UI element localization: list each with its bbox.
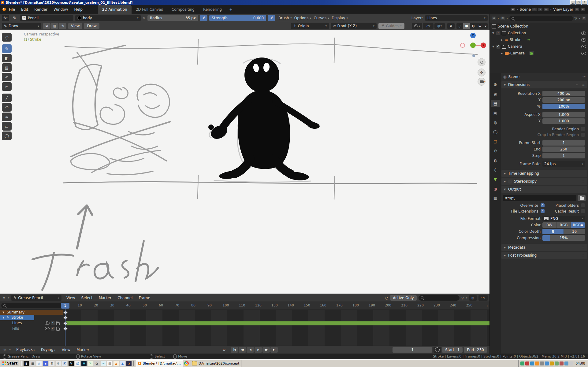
calculator-icon[interactable]: ▦	[30, 361, 35, 366]
spiral-app-icon[interactable]: @	[75, 361, 80, 366]
menu-display[interactable]: Display∨	[330, 16, 349, 20]
chat-app-icon[interactable]: ▪	[43, 361, 48, 366]
frame-start-field[interactable]: 1	[542, 140, 585, 146]
brush-selector[interactable]: ✎ Pencil	[20, 15, 73, 21]
workspace-tab-2d-animation[interactable]: 2D Animation	[98, 5, 132, 14]
dope-menu-view[interactable]: View	[63, 293, 78, 302]
outliner-row-camera-collection[interactable]: ▼ Camera	[490, 43, 588, 50]
lock-icon[interactable]	[56, 328, 60, 331]
display-mode-icon[interactable]: ▥	[501, 17, 505, 20]
add-view-layer-icon[interactable]: ⊞	[575, 8, 579, 11]
tab-tool-icon[interactable]: ⚙	[491, 81, 500, 88]
resolution-percent-slider[interactable]: 100%	[542, 104, 585, 109]
material-shading-icon[interactable]: ◐	[470, 23, 477, 29]
channel-stroke[interactable]: ▼✎Stroke	[0, 315, 34, 320]
tab-scene-icon[interactable]: ◍	[491, 119, 500, 126]
timeline-menu-view[interactable]: View	[59, 345, 73, 354]
workspace-tab-rendering[interactable]: Rendering	[199, 5, 226, 14]
eye-icon[interactable]	[581, 32, 586, 35]
outliner-row-camera-object[interactable]: ▶ Camera ◙	[490, 50, 588, 57]
z-axis-ball[interactable]: Z	[470, 33, 476, 38]
lock-icon[interactable]	[56, 322, 60, 325]
menu-render[interactable]: Render	[31, 5, 50, 14]
v-app-icon[interactable]: V	[69, 361, 74, 366]
eye-icon[interactable]	[581, 38, 586, 42]
krita-icon[interactable]: ✑	[101, 361, 106, 366]
tool-circle[interactable]: ◯	[2, 132, 12, 140]
overwrite-checkbox[interactable]	[541, 203, 545, 207]
neg-x-axis-ball[interactable]	[460, 43, 465, 48]
minimize-button[interactable]: _	[570, 0, 575, 5]
tray-icon-3[interactable]	[535, 361, 539, 365]
orientation-selector[interactable]: ▱ Front (X-Z) ∨	[331, 23, 377, 29]
multiframe-icon[interactable]: ⧉	[43, 23, 50, 29]
outliner-row-stroke[interactable]: ▶ ≈ Stroke ≈	[490, 36, 588, 43]
channel-checkbox[interactable]	[51, 321, 55, 325]
jump-to-end-button[interactable]: ▶|	[270, 347, 278, 353]
dope-sheet-editor-icon[interactable]: ◆	[2, 296, 6, 300]
lines-keyframe-band[interactable]	[65, 321, 489, 325]
show-hide-button[interactable]: ∨	[412, 23, 422, 29]
collection-checkbox[interactable]	[496, 45, 500, 49]
wireframe-shading-icon[interactable]: ◌	[456, 23, 463, 29]
dope-sheet-search-input[interactable]	[1, 303, 68, 308]
taskbar-task-blender[interactable]: Blender* [D:\maitag\...	[136, 360, 183, 367]
dope-menu-channel[interactable]: Channel	[114, 293, 136, 302]
channel-filter-input[interactable]	[419, 295, 460, 301]
camera-view-button[interactable]	[478, 78, 486, 86]
browse-folder-button[interactable]	[578, 195, 586, 201]
unlink-scene-icon[interactable]: ✕	[538, 8, 542, 11]
window-titlebar[interactable]: Blender* [D:\maitag\2020\concept\avatar_…	[0, 0, 588, 5]
placeholders-checkbox[interactable]	[581, 203, 585, 207]
tray-icon-4[interactable]	[540, 361, 544, 365]
radius-slider[interactable]: Radius 35 px	[147, 15, 198, 21]
outliner-row-scene-collection[interactable]: Scene Collection	[490, 23, 588, 30]
tool-tint[interactable]: ✐	[2, 73, 12, 81]
openoffice-icon[interactable]: ◎	[36, 361, 42, 366]
scroll-left-icon[interactable]: ‹	[486, 304, 488, 307]
cache-result-checkbox[interactable]	[581, 209, 585, 213]
dope-sheet-mode-selector[interactable]: ✎ Grease Pencil ∨	[11, 295, 61, 301]
timeline-menu-playback[interactable]: Playback ∨	[13, 345, 38, 355]
cap-app-icon[interactable]: ◭	[120, 361, 125, 366]
notes-app-icon[interactable]: ✎	[88, 361, 93, 366]
collection-checkbox[interactable]	[496, 31, 500, 35]
neg-z-axis-ball[interactable]	[472, 54, 475, 57]
outliner-row-collection[interactable]: ▼ Collection	[490, 30, 588, 36]
editor-app-icon[interactable]: ▤	[107, 361, 112, 366]
menu-file[interactable]: File	[6, 5, 18, 14]
frame-rate-dropdown[interactable]: 24 fps∨	[542, 161, 585, 167]
lock-app-icon[interactable]: ◩	[62, 361, 67, 366]
shading-dropdown-icon[interactable]: ∨	[483, 23, 488, 29]
panel-options-icon[interactable]: ≡ ::::	[576, 83, 586, 86]
view-layer-selector[interactable]: ▤∨ View Layer ⊞ ✕	[544, 7, 585, 12]
timeline-menu-marker[interactable]: Marker	[73, 345, 92, 354]
y-axis-ball[interactable]	[470, 43, 476, 48]
use-preview-range-button[interactable]	[434, 347, 441, 353]
chevron-down-icon[interactable]: ▼	[492, 45, 495, 48]
vlc-icon[interactable]: ▲	[114, 361, 119, 366]
viewport-canvas[interactable]: Camera Perspective (1) Stroke ◌✎◧▨✐✂╱◠≈▭…	[0, 30, 489, 294]
tool-line[interactable]: ╱	[2, 94, 12, 102]
play-button[interactable]: ▶	[255, 347, 262, 353]
outliner-search-input[interactable]	[509, 16, 573, 21]
chevron-right-icon[interactable]: ▶	[500, 39, 503, 41]
tray-icon-9[interactable]	[564, 361, 568, 365]
tray-icon-6[interactable]	[550, 361, 554, 365]
channel-summary[interactable]: ▼Summary	[0, 310, 63, 315]
origin-selector[interactable]: ↑ Origin ∨	[291, 23, 329, 29]
eye-icon[interactable]	[45, 321, 50, 325]
material-selector[interactable]: body ∨	[75, 15, 141, 21]
tab-output-icon[interactable]: ▤	[491, 100, 500, 107]
aspect-x-field[interactable]: 1.000	[542, 112, 585, 117]
tab-data-icon[interactable]: ▼	[491, 176, 500, 183]
metadata-panel-header[interactable]: ▶Metadata::::	[501, 244, 587, 251]
eye-icon[interactable]	[45, 327, 50, 330]
tray-icon-2[interactable]	[530, 361, 534, 365]
tab-material-icon[interactable]: ◑	[491, 185, 500, 192]
workspace-tab-2d-full-canvas[interactable]: 2D Full Canvas	[132, 5, 167, 14]
gimp-icon[interactable]: ◕	[94, 361, 99, 366]
start-frame-field[interactable]: Start1	[442, 347, 463, 353]
frame-step-field[interactable]: 1	[542, 153, 585, 158]
timeline-menu-keying[interactable]: Keying ∨	[38, 345, 59, 355]
